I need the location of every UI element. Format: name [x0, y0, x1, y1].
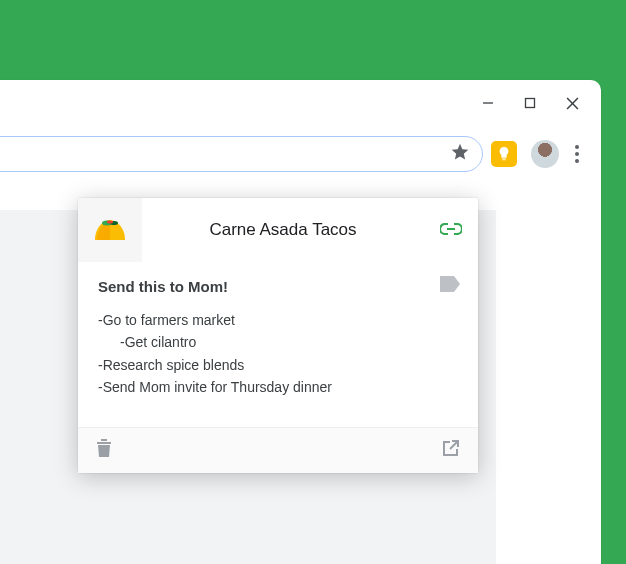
svg-rect-5 [502, 159, 506, 160]
extension-icon[interactable] [491, 141, 517, 167]
close-button[interactable] [551, 83, 593, 123]
svg-point-8 [107, 221, 113, 224]
note-line[interactable]: -Send Mom invite for Thursday dinner [98, 376, 458, 398]
address-bar[interactable] [0, 136, 483, 172]
note-line[interactable]: -Go to farmers market [98, 309, 458, 331]
tag-icon[interactable] [440, 276, 460, 295]
window-title-bar [0, 80, 601, 126]
svg-rect-1 [526, 99, 535, 108]
note-line[interactable]: -Get cilantro [98, 331, 458, 353]
page-favicon [78, 198, 142, 262]
profile-avatar[interactable] [531, 140, 559, 168]
popup-footer [78, 427, 478, 473]
svg-rect-4 [502, 158, 506, 159]
trash-icon[interactable] [96, 439, 112, 461]
minimize-button[interactable] [467, 83, 509, 123]
open-in-new-icon[interactable] [442, 439, 460, 461]
maximize-button[interactable] [509, 83, 551, 123]
popup-body: Send this to Mom! -Go to farmers market … [78, 262, 478, 427]
extension-popup: Carne Asada Tacos Send this to Mom! -Go … [78, 198, 478, 473]
browser-toolbar [0, 126, 601, 182]
link-icon[interactable] [424, 221, 478, 239]
note-title[interactable]: Send this to Mom! [98, 278, 458, 295]
browser-menu-button[interactable] [567, 137, 587, 171]
note-line[interactable]: -Research spice blends [98, 354, 458, 376]
popup-title: Carne Asada Tacos [142, 220, 424, 240]
popup-header: Carne Asada Tacos [78, 198, 478, 262]
bookmark-star-icon[interactable] [450, 142, 470, 167]
taco-icon [93, 218, 127, 242]
